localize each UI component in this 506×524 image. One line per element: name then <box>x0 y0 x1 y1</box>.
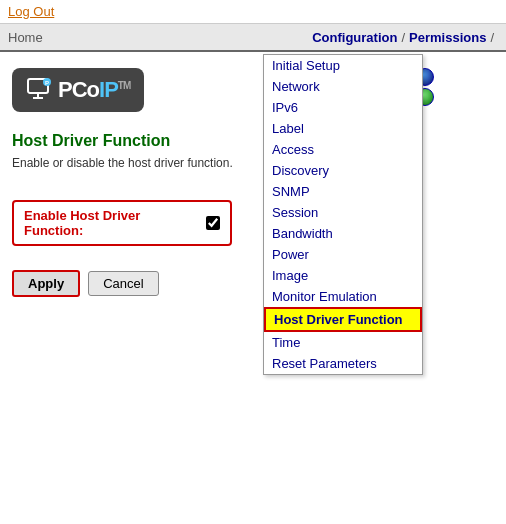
enable-label: Enable Host Driver Function: <box>24 208 198 238</box>
logout-link[interactable]: Log Out <box>8 4 54 19</box>
apply-button[interactable]: Apply <box>12 270 80 297</box>
cancel-button[interactable]: Cancel <box>88 271 158 296</box>
logo-co: o <box>87 77 99 102</box>
logo-pc: PC <box>58 77 87 102</box>
nav-config-section: Configuration / Permissions / <box>312 30 498 45</box>
menu-item-discovery[interactable]: Discovery <box>264 160 422 181</box>
menu-item-power[interactable]: Power <box>264 244 422 265</box>
nav-permissions-link[interactable]: Permissions <box>409 30 486 45</box>
nav-configuration-link[interactable]: Configuration <box>312 30 397 45</box>
menu-item-label[interactable]: Label <box>264 118 422 139</box>
logo-tm: TM <box>118 80 130 91</box>
svg-text:P: P <box>45 80 49 86</box>
nav-bar: Home Configuration / Permissions / <box>0 24 506 52</box>
nav-sep-2: / <box>490 30 494 45</box>
menu-item-reset-parameters[interactable]: Reset Parameters <box>264 353 422 374</box>
menu-item-initial-setup[interactable]: Initial Setup <box>264 55 422 76</box>
monitor-icon: P <box>26 76 54 104</box>
nav-home[interactable]: Home <box>8 30 43 45</box>
logo-ip: IP <box>99 77 118 102</box>
menu-item-image[interactable]: Image <box>264 265 422 286</box>
menu-item-snmp[interactable]: SNMP <box>264 181 422 202</box>
menu-item-ipv6[interactable]: IPv6 <box>264 97 422 118</box>
logo-box: P PCoIPTM <box>12 68 144 112</box>
enable-host-driver-row: Enable Host Driver Function: <box>12 200 232 246</box>
menu-item-session[interactable]: Session <box>264 202 422 223</box>
menu-item-network[interactable]: Network <box>264 76 422 97</box>
logo-text: PCoIPTM <box>58 77 130 103</box>
main-container: P PCoIPTM Host Driver Function Enable or… <box>0 52 506 522</box>
left-content: P PCoIPTM Host Driver Function Enable or… <box>0 52 506 522</box>
configuration-dropdown-menu: Initial SetupNetworkIPv6LabelAccessDisco… <box>263 54 423 375</box>
nav-sep-1: / <box>401 30 405 45</box>
menu-item-host-driver-function[interactable]: Host Driver Function <box>264 307 422 332</box>
menu-item-monitor-emulation[interactable]: Monitor Emulation <box>264 286 422 307</box>
enable-host-driver-checkbox[interactable] <box>206 216 220 230</box>
menu-item-time[interactable]: Time <box>264 332 422 353</box>
menu-item-access[interactable]: Access <box>264 139 422 160</box>
menu-item-bandwidth[interactable]: Bandwidth <box>264 223 422 244</box>
top-bar: Log Out <box>0 0 506 24</box>
